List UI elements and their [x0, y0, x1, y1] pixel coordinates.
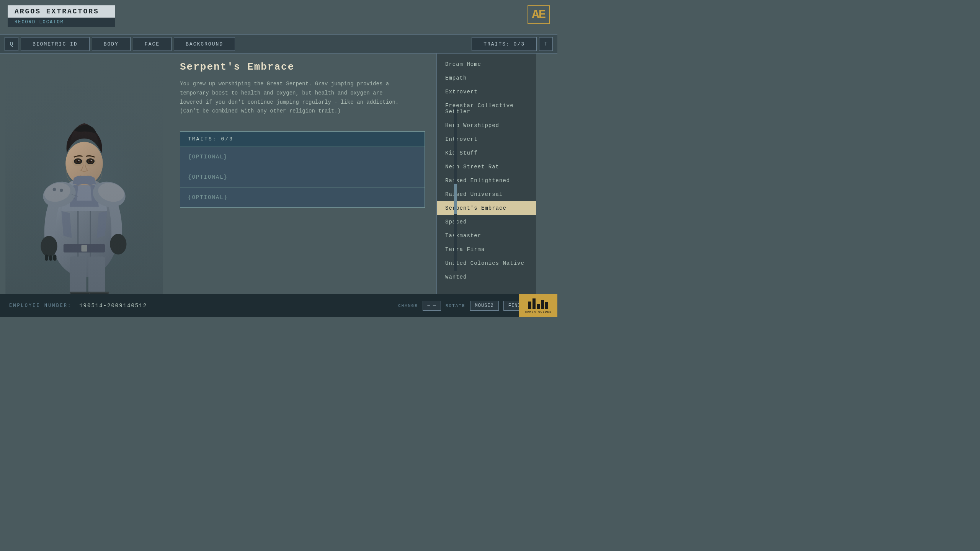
tab-traits[interactable]: TRAITS: 0/3	[472, 37, 537, 51]
rotate-label: ROTATE	[446, 303, 466, 308]
trait-list-item[interactable]: Kid Stuff	[437, 146, 536, 160]
change-label: CHANGE	[398, 303, 418, 308]
scroll-thumb[interactable]	[454, 184, 457, 214]
trait-list-item[interactable]: Serpent's Embrace	[437, 201, 536, 215]
trait-slot-3[interactable]: {OPTIONAL}	[180, 187, 425, 207]
character-svg	[0, 54, 168, 294]
next-nav-button[interactable]: T	[539, 37, 553, 51]
trait-list-item[interactable]: Terra Firma	[437, 243, 536, 256]
tab-biometric-id[interactable]: BIOMETRIC ID	[21, 37, 90, 51]
scroll-indicator	[454, 107, 457, 271]
watermark-text: GAMER GUIDES	[525, 310, 552, 313]
ae-logo: AE	[528, 5, 550, 24]
trait-list-item[interactable]: Taskmaster	[437, 229, 536, 243]
tab-background[interactable]: BACKGROUND	[174, 37, 235, 51]
trait-list-item[interactable]: Neon Street Rat	[437, 160, 536, 174]
trait-list-item[interactable]: Dream Home	[437, 57, 536, 71]
trait-list-item[interactable]: Spaced	[437, 215, 536, 229]
trait-list-item[interactable]: Hero Worshipped	[437, 119, 536, 132]
bottom-bar: EMPLOYEE NUMBER: 190514-2009140512 CHANG…	[0, 294, 557, 317]
record-locator: RECORD LOCATOR	[8, 18, 115, 27]
svg-rect-36	[5, 54, 163, 294]
employee-label: EMPLOYEE NUMBER:	[9, 303, 72, 308]
trait-list-item[interactable]: Introvert	[437, 132, 536, 146]
trait-list-item[interactable]: Freestar Collective Settler	[437, 99, 536, 119]
tab-body[interactable]: BODY	[92, 37, 131, 51]
company-title: ARGOS EXTRACTORS	[8, 5, 115, 18]
trait-slot-1[interactable]: {OPTIONAL}	[180, 147, 425, 167]
watermark-bars	[528, 298, 548, 309]
rotate-button[interactable]: MOUSE2	[470, 301, 499, 311]
tab-face[interactable]: FACE	[133, 37, 172, 51]
detail-panel: Serpent's Embrace You grew up worshiping…	[168, 54, 436, 294]
traits-selection-box: TRAITS: 0/3 {OPTIONAL} {OPTIONAL} {OPTIO…	[180, 131, 425, 208]
main-content: Serpent's Embrace You grew up worshiping…	[0, 54, 557, 294]
trait-slot-2[interactable]: {OPTIONAL}	[180, 167, 425, 187]
prev-nav-button[interactable]: Q	[5, 37, 18, 51]
mouse2-key: MOUSE2	[475, 303, 494, 308]
company-block: ARGOS EXTRACTORS RECORD LOCATOR	[8, 5, 115, 27]
trait-description: You grew up worshiping the Great Serpent…	[180, 80, 402, 116]
trait-list-item[interactable]: Raised Enlightened	[437, 174, 536, 187]
traits-box-header: TRAITS: 0/3	[180, 132, 425, 147]
employee-number: 190514-2009140512	[79, 303, 147, 309]
trait-list[interactable]: Dream HomeEmpathExtrovertFreestar Collec…	[436, 54, 536, 294]
change-button[interactable]: ← →	[423, 301, 441, 311]
trait-list-item[interactable]: Empath	[437, 71, 536, 85]
header: ARGOS EXTRACTORS RECORD LOCATOR AE	[0, 0, 557, 34]
trait-list-item[interactable]: United Colonies Native	[437, 256, 536, 270]
gamer-guides-watermark: GAMER GUIDES	[519, 294, 557, 317]
trait-list-item[interactable]: Raised Universal	[437, 187, 536, 201]
trait-list-item[interactable]: Extrovert	[437, 85, 536, 99]
trait-list-item[interactable]: Wanted	[437, 270, 536, 284]
selected-trait-name: Serpent's Embrace	[180, 61, 425, 73]
nav-tabs: Q BIOMETRIC ID BODY FACE BACKGROUND TRAI…	[0, 34, 557, 54]
character-portrait	[0, 54, 168, 294]
